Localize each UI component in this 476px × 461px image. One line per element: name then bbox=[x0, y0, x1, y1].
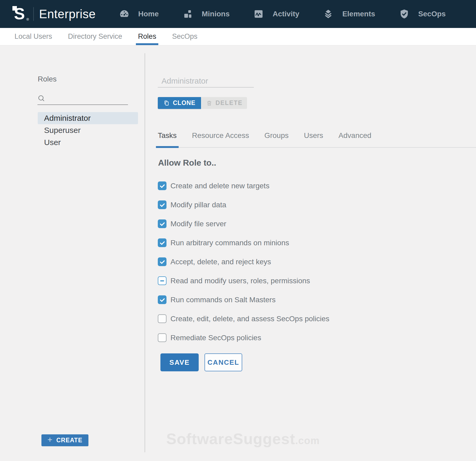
tab-advanced[interactable]: Advanced bbox=[337, 131, 373, 147]
create-button-label: CREATE bbox=[56, 437, 82, 444]
top-navigation-bar: S ® Enterprise HomeMinionsActivityElemen… bbox=[0, 0, 476, 28]
checkbox-checked[interactable] bbox=[158, 181, 166, 190]
tab-tasks[interactable]: Tasks bbox=[156, 131, 179, 147]
brand-logo[interactable]: S ® Enterprise bbox=[0, 4, 96, 24]
page-content: Roles AdministratorSuperuserUser + CREAT… bbox=[0, 45, 476, 461]
roles-sidebar: Roles AdministratorSuperuserUser + CREAT… bbox=[0, 45, 145, 461]
tab-resource-access[interactable]: Resource Access bbox=[190, 131, 251, 147]
tab-groups[interactable]: Groups bbox=[263, 131, 291, 147]
role-name-input[interactable] bbox=[158, 76, 254, 88]
minions-blocks-icon bbox=[182, 9, 193, 19]
nav-item-label: Minions bbox=[202, 10, 230, 18]
checkbox-checked[interactable] bbox=[158, 295, 166, 304]
checkbox-indeterminate[interactable] bbox=[158, 276, 166, 285]
permission-row[interactable]: Read and modify users, roles, permission… bbox=[158, 276, 329, 285]
form-actions: SAVE CANCEL bbox=[160, 353, 242, 371]
checkbox-checked[interactable] bbox=[158, 200, 166, 209]
delete-button[interactable]: DELETE bbox=[202, 97, 247, 109]
nav-item-label: Elements bbox=[342, 10, 375, 18]
subnav-item-roles[interactable]: Roles bbox=[136, 28, 158, 45]
nav-item-label: Activity bbox=[273, 10, 299, 18]
role-list-item[interactable]: Administrator bbox=[38, 112, 138, 124]
nav-item-label: SecOps bbox=[418, 10, 446, 18]
plus-icon: + bbox=[47, 435, 53, 445]
brand-name: Enterprise bbox=[39, 7, 96, 21]
checkbox-checked[interactable] bbox=[158, 219, 166, 228]
watermark-text: SoftwareSuggest bbox=[166, 430, 295, 447]
subnav-item-local-users[interactable]: Local Users bbox=[12, 28, 54, 45]
checkbox-checked[interactable] bbox=[158, 257, 166, 266]
sidebar-heading: Roles bbox=[38, 75, 57, 83]
create-role-button[interactable]: + CREATE bbox=[41, 434, 88, 446]
role-list-item[interactable]: Superuser bbox=[38, 124, 138, 136]
subnav-item-directory-service[interactable]: Directory Service bbox=[66, 28, 125, 45]
tab-users[interactable]: Users bbox=[302, 131, 325, 147]
nav-item-minions[interactable]: Minions bbox=[182, 9, 230, 19]
registered-mark: ® bbox=[26, 17, 29, 21]
permission-row[interactable]: Accept, delete, and reject keys bbox=[158, 257, 329, 266]
permission-label: Accept, delete, and reject keys bbox=[170, 258, 271, 266]
primary-nav: HomeMinionsActivityElementsSecOps bbox=[119, 9, 470, 19]
layers-icon bbox=[323, 9, 334, 19]
delete-button-label: DELETE bbox=[216, 99, 243, 107]
checkbox-checked[interactable] bbox=[158, 238, 166, 247]
permission-label: Create and delete new targets bbox=[170, 182, 269, 190]
nav-item-elements[interactable]: Elements bbox=[323, 9, 375, 19]
watermark: SoftwareSuggest.com bbox=[166, 430, 320, 448]
permission-label: Create, edit, delete, and assess SecOps … bbox=[170, 315, 329, 323]
role-action-buttons: CLONE DELETE bbox=[158, 97, 247, 109]
logo-letter: S bbox=[14, 4, 25, 23]
permission-row[interactable]: Run commands on Salt Masters bbox=[158, 295, 329, 304]
logo-divider bbox=[33, 7, 34, 21]
gauge-icon bbox=[119, 9, 130, 19]
role-list-item[interactable]: User bbox=[38, 136, 138, 148]
save-button[interactable]: SAVE bbox=[160, 353, 199, 371]
permission-label: Remediate SecOps policies bbox=[170, 334, 261, 342]
shield-check-icon bbox=[399, 9, 410, 19]
cancel-button[interactable]: CANCEL bbox=[204, 353, 242, 371]
saltstack-logo-icon: S ® bbox=[11, 4, 31, 24]
nav-item-secops[interactable]: SecOps bbox=[399, 9, 446, 19]
role-detail-panel: CLONE DELETE TasksResource AccessGroupsU… bbox=[158, 45, 476, 461]
permission-row[interactable]: Run arbitrary commands on minions bbox=[158, 238, 329, 247]
roles-list: AdministratorSuperuserUser bbox=[38, 112, 138, 148]
permission-label: Run commands on Salt Masters bbox=[170, 296, 275, 304]
nav-item-label: Home bbox=[138, 10, 159, 18]
nav-item-home[interactable]: Home bbox=[119, 9, 159, 19]
watermark-suffix: .com bbox=[295, 435, 320, 446]
search-icon bbox=[37, 94, 45, 102]
search-input[interactable] bbox=[48, 94, 130, 103]
permission-row[interactable]: Create, edit, delete, and assess SecOps … bbox=[158, 314, 329, 323]
secondary-nav: Local UsersDirectory ServiceRolesSecOps bbox=[0, 28, 476, 45]
detail-tabs: TasksResource AccessGroupsUsersAdvanced bbox=[156, 131, 476, 147]
role-name-field bbox=[158, 76, 254, 88]
nav-item-activity[interactable]: Activity bbox=[253, 9, 299, 19]
permission-label: Read and modify users, roles, permission… bbox=[170, 277, 310, 285]
permission-row[interactable]: Create and delete new targets bbox=[158, 181, 329, 190]
clone-button[interactable]: CLONE bbox=[158, 97, 201, 109]
permission-label: Modify pillar data bbox=[170, 201, 226, 209]
permission-row[interactable]: Modify pillar data bbox=[158, 200, 329, 209]
permissions-list: Create and delete new targetsModify pill… bbox=[158, 181, 329, 352]
copy-icon bbox=[163, 100, 170, 106]
permission-row[interactable]: Remediate SecOps policies bbox=[158, 333, 329, 342]
permissions-heading: Allow Role to.. bbox=[158, 158, 216, 168]
permission-label: Run arbitrary commands on minions bbox=[170, 239, 289, 247]
permission-row[interactable]: Modify file server bbox=[158, 219, 329, 228]
checkbox-unchecked[interactable] bbox=[158, 314, 166, 323]
checkbox-unchecked[interactable] bbox=[158, 333, 166, 342]
subnav-item-secops[interactable]: SecOps bbox=[170, 28, 199, 45]
activity-chart-icon bbox=[253, 9, 264, 19]
trash-icon bbox=[206, 100, 212, 106]
clone-button-label: CLONE bbox=[173, 99, 196, 107]
roles-search[interactable] bbox=[37, 94, 128, 105]
permission-label: Modify file server bbox=[170, 220, 226, 228]
indeterminate-dash bbox=[160, 280, 164, 281]
vertical-divider bbox=[145, 53, 145, 452]
